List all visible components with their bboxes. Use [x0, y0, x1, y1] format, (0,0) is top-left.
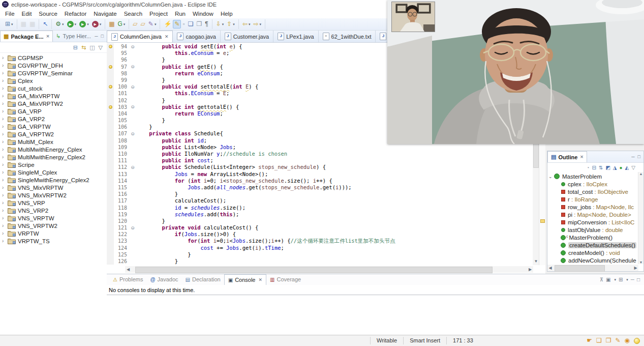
- view-menu-icon[interactable]: ▽: [631, 165, 635, 170]
- expand-chevron-icon[interactable]: ›: [2, 178, 7, 183]
- collapse-all-icon[interactable]: ⊟: [592, 165, 596, 170]
- code-line[interactable]: Jobs.add(all_nodes.get(stops_new_schedul…: [136, 184, 352, 191]
- project-cgvrptw_seminar[interactable]: ›CGVRPTW_Seminar: [0, 69, 107, 77]
- project-ga_mixvrptw[interactable]: ›GA_MixVRPTW: [0, 92, 107, 100]
- scroll-up-icon[interactable]: ▲: [638, 172, 643, 176]
- maximize-view-icon[interactable]: □: [638, 154, 640, 159]
- code-line[interactable]: public void setE(int e) {: [136, 43, 242, 50]
- expand-chevron-icon[interactable]: ›: [2, 239, 7, 244]
- dropdown-caret-icon[interactable]: ▾: [87, 22, 89, 26]
- code-line[interactable]: }: [136, 117, 165, 124]
- menu-window[interactable]: Window: [189, 10, 217, 18]
- project-ga_vrptw[interactable]: ›GA_VRPTW: [0, 123, 107, 130]
- code-line[interactable]: private void calculateCost() {: [136, 224, 258, 231]
- menu-navigate[interactable]: Navigate: [90, 10, 120, 18]
- run-button[interactable]: ▶▾: [66, 20, 78, 28]
- menu-search[interactable]: Search: [120, 10, 146, 18]
- hide-local-types-icon[interactable]: ◭: [625, 165, 629, 170]
- maximize-icon[interactable]: □: [637, 277, 640, 282]
- new-button[interactable]: ⊞▾: [4, 20, 15, 28]
- expand-chevron-icon[interactable]: ›: [2, 147, 7, 152]
- hide-fields-icon[interactable]: ◩: [605, 165, 610, 170]
- expand-chevron-icon[interactable]: ›: [2, 86, 7, 91]
- debug-button[interactable]: ⚙▾: [54, 20, 65, 28]
- code-line[interactable]: id = schedules.size();: [136, 205, 246, 211]
- fold-collapse-icon[interactable]: ⊖: [129, 225, 136, 230]
- project-cut_stock[interactable]: ›cut_stock: [0, 84, 107, 92]
- display-console-icon[interactable]: ▣: [606, 277, 610, 282]
- hint-icon[interactable]: ☛: [587, 337, 592, 344]
- notification-lightbulb-icon[interactable]: [634, 338, 640, 344]
- scrollbar-thumb[interactable]: [555, 265, 605, 272]
- code-line[interactable]: this.eConsum = e;: [136, 50, 229, 56]
- close-view-icon[interactable]: ✕: [46, 34, 50, 39]
- code-line[interactable]: if(Jobs.size()>0) {: [136, 231, 236, 238]
- outline-item[interactable]: createDefaultSchedules(): [547, 241, 643, 249]
- expand-chevron-icon[interactable]: ›: [2, 231, 7, 236]
- code-line[interactable]: public int gettotalE() {: [136, 104, 239, 110]
- save-button[interactable]: ▦: [19, 20, 28, 28]
- profile-button[interactable]: ▶▾: [90, 20, 103, 28]
- view-menu-icon[interactable]: ▽: [99, 44, 103, 50]
- code-line[interactable]: }: [136, 124, 152, 130]
- expand-chevron-icon[interactable]: ›: [2, 139, 7, 145]
- dropdown-caret-icon[interactable]: ▾: [614, 278, 616, 282]
- plug-button[interactable]: ⚡: [162, 20, 173, 28]
- expand-chevron-icon[interactable]: ›: [2, 71, 7, 76]
- open-type-button[interactable]: ❏: [187, 20, 195, 28]
- outline-item[interactable]: cMasterProblem(): [547, 234, 643, 241]
- fold-collapse-icon[interactable]: ⊖: [129, 165, 136, 170]
- minimize-view-icon[interactable]: ─: [95, 34, 98, 39]
- expand-chevron-icon[interactable]: ›: [2, 216, 7, 221]
- outline-item[interactable]: addNewColumn(Schedule: [547, 256, 643, 264]
- project-singlem_cplex[interactable]: ›SingleM_Cplex: [0, 168, 107, 176]
- project-vns_vrp[interactable]: ›VNS_VRP: [0, 199, 107, 207]
- tab-type-hierarchy[interactable]: ↳ Type Hier...: [53, 31, 94, 42]
- expand-chevron-icon[interactable]: ›: [2, 162, 7, 167]
- dropdown-caret-icon[interactable]: ▾: [233, 22, 235, 26]
- next-annotation-button[interactable]: ⇩▾: [214, 20, 226, 28]
- code-line[interactable]: calculateCost();: [136, 197, 226, 204]
- minimize-icon[interactable]: ─: [631, 277, 634, 282]
- expand-chevron-icon[interactable]: ›: [2, 55, 7, 61]
- close-view-icon[interactable]: ✕: [580, 155, 584, 159]
- dropdown-caret-icon[interactable]: ▾: [626, 278, 628, 282]
- open-resource-button[interactable]: ▱: [139, 20, 147, 28]
- dropdown-caret-icon[interactable]: ▾: [249, 22, 251, 26]
- previous-annotation-button[interactable]: ⇧▾: [225, 20, 236, 28]
- dropdown-caret-icon[interactable]: ▾: [260, 22, 262, 26]
- show-whitespace-button[interactable]: ¶: [203, 20, 209, 28]
- code-line[interactable]: }: [136, 218, 165, 224]
- tutorial-icon[interactable]: ❐: [606, 337, 611, 344]
- dropdown-caret-icon[interactable]: ▾: [124, 22, 126, 26]
- dropdown-caret-icon[interactable]: ▾: [222, 22, 224, 26]
- fold-collapse-icon[interactable]: ⊖: [129, 104, 136, 109]
- outline-item[interactable]: r : IloRange: [547, 195, 643, 203]
- expand-chevron-icon[interactable]: ›: [2, 63, 7, 68]
- open-task-button[interactable]: ▱: [131, 20, 139, 28]
- code-line[interactable]: public int cost;: [136, 157, 213, 164]
- dropdown-caret-icon[interactable]: ▾: [155, 22, 157, 26]
- mark-occurrences-button[interactable]: ✎: [173, 20, 181, 28]
- project-vns_mixvrptw2[interactable]: ›VNS_MixVRPTW2: [0, 191, 107, 199]
- fold-collapse-icon[interactable]: ⊖: [129, 131, 136, 136]
- insert-mode-status[interactable]: Smart Insert: [403, 337, 446, 344]
- expand-chevron-icon[interactable]: ›: [2, 208, 7, 213]
- code-line[interactable]: }: [136, 56, 165, 63]
- code-line[interactable]: public int getE() {: [136, 64, 223, 70]
- hide-static-icon[interactable]: ◮: [613, 165, 617, 170]
- outline-item[interactable]: mipConversion : List<IloC: [547, 218, 643, 226]
- code-line[interactable]: this.EConsum = E;: [136, 90, 229, 97]
- project-vns_vrptw[interactable]: ›VNS_VRPTW: [0, 214, 107, 222]
- code-line[interactable]: public IloNumVar y;//schedule is chosen: [136, 151, 287, 157]
- expand-chevron-icon[interactable]: ›: [2, 193, 7, 198]
- expand-chevron-icon[interactable]: ›: [2, 94, 7, 99]
- project-cgpmsp[interactable]: ›CGPMSP: [0, 54, 107, 62]
- code-line[interactable]: public int id;: [136, 137, 207, 144]
- project-singlemwithenergy_cplex2[interactable]: ›SingleMwithEnergy_Cplex2: [0, 176, 107, 184]
- expand-chevron-icon[interactable]: ›: [2, 101, 7, 106]
- github-button[interactable]: G▾: [116, 20, 127, 28]
- close-tab-icon[interactable]: ✕: [258, 277, 262, 282]
- save-all-button[interactable]: ▦: [28, 20, 37, 28]
- tab-package-explorer[interactable]: ▦ Package E... ✕: [0, 31, 53, 42]
